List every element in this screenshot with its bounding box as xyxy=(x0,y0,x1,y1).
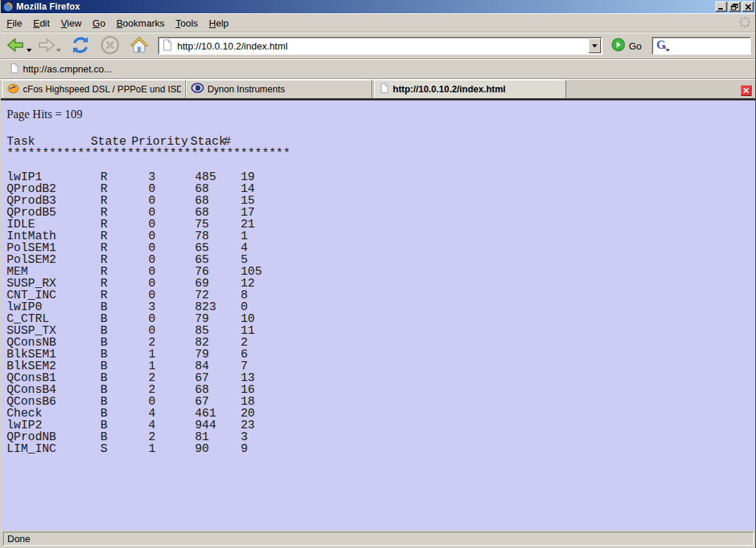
status-bar: Done xyxy=(1,530,755,548)
cell-state: B xyxy=(100,396,108,408)
cell-num: 2 xyxy=(241,337,248,349)
task-row: IntMathR0781 xyxy=(7,230,749,242)
menu-tools[interactable]: Tools xyxy=(176,18,198,29)
table-separator: **************************************** xyxy=(7,148,749,160)
cell-task: SUSP_RX xyxy=(7,278,56,290)
cell-priority: 2 xyxy=(148,384,156,396)
minimize-button[interactable] xyxy=(715,1,727,12)
bookmarks-toolbar: http://as.cmpnet.co... xyxy=(1,59,755,79)
reload-button[interactable] xyxy=(69,33,92,59)
task-row: PolSEM2R0655 xyxy=(7,254,749,266)
navigation-toolbar: http://10.0.10.2/index.html Go G xyxy=(1,32,755,59)
cell-num: 6 xyxy=(241,349,248,360)
dynon-icon xyxy=(191,83,204,95)
task-row: MEMR076105 xyxy=(7,266,749,278)
home-button[interactable] xyxy=(128,33,151,58)
task-row: lwIP0B38230 xyxy=(7,301,749,313)
cell-priority: 0 xyxy=(148,278,156,290)
page-hits-text: Page Hits = 109 xyxy=(7,109,749,120)
cell-stack: 78 xyxy=(195,230,209,242)
cell-priority: 3 xyxy=(148,301,156,313)
cell-task: SUSP_TX xyxy=(7,325,56,337)
cell-stack: 81 xyxy=(195,431,209,443)
cell-state: R xyxy=(100,195,108,207)
menu-edit[interactable]: Edit xyxy=(33,18,49,29)
cell-state: S xyxy=(100,443,108,455)
url-input[interactable]: http://10.0.10.2/index.html xyxy=(177,41,588,52)
status-panel: Done xyxy=(3,532,754,546)
reload-icon xyxy=(70,35,91,58)
tab-close-button[interactable] xyxy=(740,85,752,96)
cell-state: B xyxy=(100,337,108,349)
cell-stack: 823 xyxy=(195,301,216,313)
cell-stack: 69 xyxy=(195,278,209,290)
cell-stack: 461 xyxy=(195,408,216,419)
cell-priority: 3 xyxy=(148,171,156,183)
cell-state: R xyxy=(100,171,108,183)
task-row: QConsB4B26816 xyxy=(7,384,749,396)
go-button[interactable]: Go xyxy=(608,36,645,55)
forward-dropdown-icon[interactable] xyxy=(56,44,61,55)
header-state: State xyxy=(91,136,126,148)
cell-stack: 68 xyxy=(195,195,209,207)
back-dropdown-icon[interactable] xyxy=(27,44,32,55)
cell-num: 23 xyxy=(241,419,255,431)
menu-view[interactable]: View xyxy=(61,18,81,29)
bookmark-item[interactable]: http://as.cmpnet.co... xyxy=(5,61,117,78)
page-icon xyxy=(379,83,389,96)
menu-help[interactable]: Help xyxy=(209,18,229,29)
cell-state: B xyxy=(100,384,108,396)
cell-task: CNT_INC xyxy=(7,290,56,301)
cell-priority: 0 xyxy=(148,242,156,254)
cell-num: 1 xyxy=(241,230,248,242)
close-button[interactable] xyxy=(742,1,754,12)
tab-label: http://10.0.10.2/index.html xyxy=(393,84,506,95)
task-row: CheckB446120 xyxy=(7,408,749,419)
cell-state: B xyxy=(100,419,108,431)
cell-priority: 0 xyxy=(148,325,156,337)
cell-task: QProdB5 xyxy=(7,207,56,219)
cell-task: QConsB1 xyxy=(7,372,56,384)
cell-priority: 1 xyxy=(148,360,156,372)
cell-task: QProdNB xyxy=(7,431,56,443)
cell-stack: 75 xyxy=(195,219,209,230)
cell-task: QConsB6 xyxy=(7,396,56,408)
cell-state: R xyxy=(100,207,108,219)
tab-cfos[interactable]: cFos Highspeed DSL / PPPoE und ISDN CAP.… xyxy=(2,80,186,98)
cell-num: 3 xyxy=(241,431,248,443)
cell-state: B xyxy=(100,301,108,313)
cell-state: R xyxy=(100,290,108,301)
google-icon[interactable]: G xyxy=(655,38,671,54)
tab-active-index[interactable]: http://10.0.10.2/index.html xyxy=(374,80,566,98)
url-dropdown-button[interactable] xyxy=(588,38,601,53)
cell-stack: 65 xyxy=(195,254,209,266)
tab-bar: cFos Highspeed DSL / PPPoE und ISDN CAP.… xyxy=(1,79,755,100)
menu-bookmarks[interactable]: Bookmarks xyxy=(117,18,165,29)
search-input[interactable]: G xyxy=(652,37,751,55)
task-row: QConsB1B26713 xyxy=(7,372,749,384)
task-row: QConsNBB2822 xyxy=(7,337,749,349)
menu-file[interactable]: File xyxy=(7,18,22,29)
menu-go[interactable]: Go xyxy=(92,18,105,29)
url-bar[interactable]: http://10.0.10.2/index.html xyxy=(158,37,602,55)
cell-priority: 1 xyxy=(148,443,156,455)
task-row: QProdB3R06815 xyxy=(7,195,749,207)
cell-num: 8 xyxy=(241,290,248,301)
cell-state: R xyxy=(100,266,108,278)
cell-num: 14 xyxy=(241,183,255,195)
cell-num: 9 xyxy=(241,443,248,455)
cell-task: PolSEM1 xyxy=(7,242,56,254)
forward-button[interactable] xyxy=(35,34,64,58)
task-row: SUSP_RXR06912 xyxy=(7,278,749,290)
back-button[interactable] xyxy=(5,34,35,58)
cell-state: B xyxy=(100,349,108,360)
cell-priority: 0 xyxy=(148,313,156,325)
table-header: Task State Priority Stack # xyxy=(7,136,749,148)
restore-button[interactable] xyxy=(729,1,740,12)
tab-dynon[interactable]: Dynon Instruments xyxy=(186,80,372,98)
task-rows: lwIP1R348519QProdB2R06814QProdB3R06815QP… xyxy=(7,171,749,455)
cell-state: R xyxy=(100,242,108,254)
cell-priority: 0 xyxy=(148,266,156,278)
cell-stack: 68 xyxy=(195,207,209,219)
cell-num: 7 xyxy=(241,360,248,372)
